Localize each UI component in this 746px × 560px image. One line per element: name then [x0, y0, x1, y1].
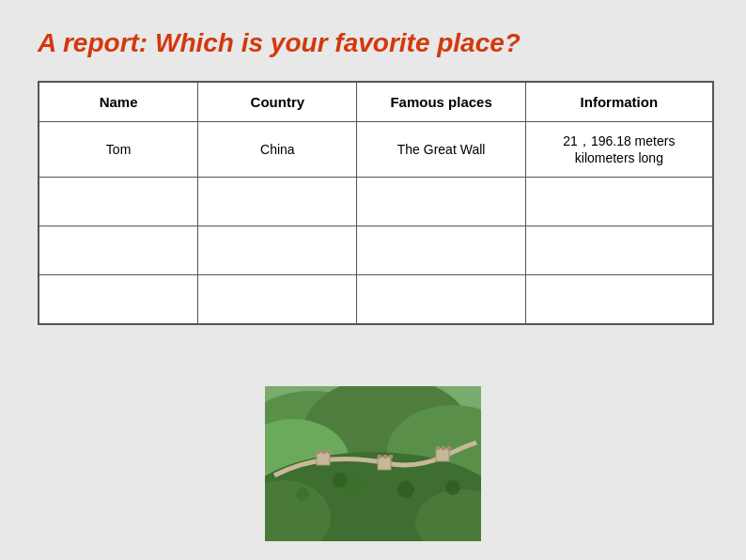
cell-country-2	[198, 178, 357, 226]
col-header-name: Name	[39, 83, 198, 122]
cell-famous-4	[357, 275, 525, 324]
great-wall-image	[265, 386, 481, 541]
cell-info-4	[525, 275, 712, 324]
cell-name-4	[39, 275, 198, 324]
svg-point-21	[345, 475, 364, 494]
svg-rect-8	[317, 452, 330, 465]
svg-rect-9	[378, 457, 391, 470]
svg-rect-15	[383, 455, 387, 459]
table-row	[39, 275, 713, 324]
cell-country-4	[198, 275, 357, 324]
page-container: A report: Which is your favorite place? …	[0, 0, 746, 560]
cell-famous-1: The Great Wall	[357, 122, 525, 178]
table-row: Tom China The Great Wall 21，196.18 meter…	[39, 122, 713, 178]
cell-name-3	[39, 226, 198, 275]
svg-rect-11	[317, 450, 320, 454]
col-header-famous-places: Famous places	[357, 83, 525, 122]
svg-rect-18	[442, 446, 445, 450]
col-header-information: Information	[525, 83, 712, 122]
cell-info-3	[525, 226, 712, 275]
cell-country-3	[198, 226, 357, 275]
table-header-row: Name Country Famous places Information	[39, 83, 713, 122]
cell-famous-3	[357, 226, 525, 275]
svg-rect-17	[436, 446, 440, 450]
svg-point-24	[445, 480, 460, 495]
page-title: A report: Which is your favorite place?	[38, 28, 708, 58]
svg-point-22	[397, 481, 414, 498]
svg-rect-10	[436, 448, 449, 461]
svg-rect-19	[447, 446, 451, 450]
svg-rect-13	[328, 450, 332, 454]
cell-name-1: Tom	[39, 122, 198, 178]
col-header-country: Country	[198, 83, 357, 122]
report-table-wrapper: Name Country Famous places Information T…	[38, 81, 714, 325]
cell-info-1: 21，196.18 meters kilometers long	[525, 122, 712, 178]
cell-country-1: China	[198, 122, 357, 178]
cell-famous-2	[357, 178, 525, 226]
svg-rect-12	[322, 450, 326, 454]
cell-info-2	[525, 178, 712, 226]
svg-rect-14	[378, 455, 381, 459]
cell-name-2	[39, 178, 198, 226]
report-table: Name Country Famous places Information T…	[39, 82, 713, 324]
great-wall-svg	[265, 386, 481, 541]
svg-point-23	[296, 488, 309, 501]
table-row	[39, 226, 713, 275]
table-row	[39, 178, 713, 226]
svg-rect-16	[389, 455, 393, 459]
